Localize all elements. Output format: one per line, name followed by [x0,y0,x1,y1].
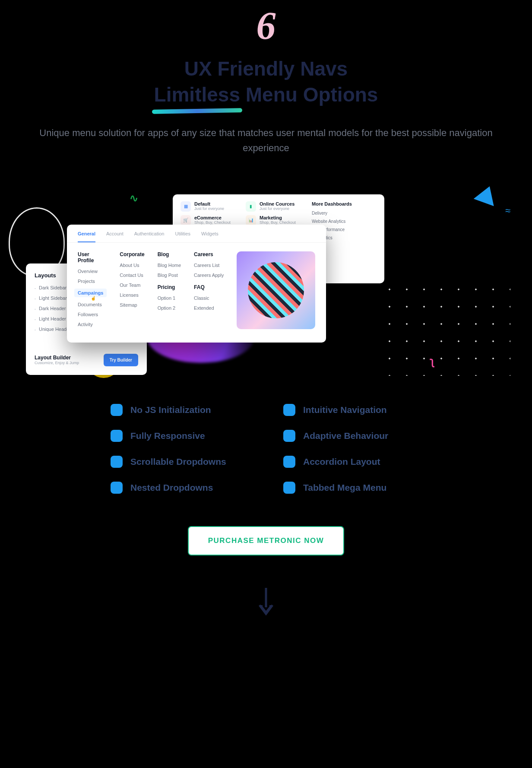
check-icon [111,430,123,442]
feature-label: Scrollable Dropdowns [130,457,226,467]
feature-label: Intuitive Navigation [303,405,387,415]
chart-icon: ▮ [246,201,256,212]
dashboard-item-title: Online Cources [260,201,294,206]
check-icon [111,404,123,416]
mega-menu-item[interactable]: Followers [78,312,107,317]
feature-item: Scrollable Dropdowns [111,456,249,468]
check-icon [283,456,295,468]
feature-item: Nested Dropdowns [111,482,249,494]
check-icon [111,456,123,468]
feature-label: Nested Dropdowns [130,482,213,493]
dashboard-link[interactable]: Delivery [312,211,377,216]
layout-option[interactable]: Dark Header [35,306,71,311]
col-title: Corporate [120,251,144,257]
mega-menu-tabs: GeneralAccountAuthenticationUtilitiesWid… [67,225,326,243]
sphere-graphic [248,262,304,318]
mega-menu-item[interactable]: Blog Post [158,273,181,278]
layout-option[interactable]: Light Header [35,316,71,321]
more-dashboards-title: More Dashboards [312,201,377,206]
dashboard-item-courses[interactable]: ▮ Online Cources Just for everyone [246,201,307,212]
squiggle-green-decoration [130,192,142,201]
squiggle-pink-decoration [430,355,435,368]
mega-menu-item[interactable]: Overview [78,269,107,274]
check-icon [283,430,295,442]
feature-item: No JS Initialization [111,404,249,416]
dashboard-item-sub: Shop, Buy, Checkout [194,220,231,225]
layout-option[interactable]: Dark Sidebar [35,285,71,290]
dashboard-item-default[interactable]: ▦ Default Just for everyone [180,201,241,212]
feature-item: Accordion Layout [283,456,421,468]
mega-menu-item[interactable]: Blog Home [158,263,181,268]
feature-item: Intuitive Navigation [283,404,421,416]
mega-menu-item[interactable]: Option 2 [158,305,181,311]
mega-menu-item[interactable]: Projects [78,279,107,284]
feature-label: No JS Initialization [130,405,211,415]
mega-menu-item[interactable]: Activity [78,322,107,327]
dashboard-item-sub: Just for everyone [194,206,224,211]
dashboard-item-marketing[interactable]: 📊 Marketing Shop, Buy, Checkout [246,215,307,225]
feature-label: Adaptive Behaviour [303,431,388,441]
dots-decoration [381,281,510,376]
hero-title: UX Friendly Navs Limitless Menu Options [0,56,532,108]
layout-builder-sub: Customize, Enjoy & Jump [35,361,79,365]
mega-menu-item[interactable]: About Us [120,263,144,268]
purchase-button[interactable]: PURCHASE METRONIC NOW [188,526,345,555]
mega-menu-col-corporate: Corporate About UsContact UsOur TeamLice… [120,251,144,332]
arrow-down-icon [0,586,532,622]
col-title: Careers [194,251,224,257]
mega-menu-col-blog-pricing: Blog Blog HomeBlog Post Pricing Option 1… [158,251,181,332]
col-title: User Profile [78,251,107,263]
dashboard-item-ecommerce[interactable]: 🛒 eCommerce Shop, Buy, Checkout [180,215,241,225]
mega-menu-item[interactable]: Careers Apply [194,273,224,278]
check-icon [283,482,295,494]
try-builder-button[interactable]: Try Builder [104,354,138,366]
triangle-decoration [474,183,500,206]
preview-area: ▦ Default Just for everyone ▮ Online Cou… [0,181,532,371]
dashboard-link[interactable]: Website Analytics [312,219,377,224]
mega-menu-tab[interactable]: Authentication [134,231,165,242]
mega-menu-item[interactable]: Option 1 [158,295,181,301]
mega-menu-item[interactable]: Extended [194,305,224,311]
feature-item: Adaptive Behaviour [283,430,421,442]
mega-menu-tab[interactable]: Account [106,231,124,242]
mega-menu-item[interactable]: Licenses [120,292,144,298]
feature-item: Tabbed Mega Menu [283,482,421,494]
mega-menu-tab[interactable]: Widgets [201,231,218,242]
stats-icon: 📊 [246,215,256,225]
hero-subtitle: Unique menu solution for apps of any siz… [0,125,532,156]
mega-menu-item[interactable]: Documents [78,302,107,307]
mega-menu-col-careers-faq: Careers Careers ListCareers Apply FAQ Cl… [194,251,224,332]
dashboard-item-title: eCommerce [194,215,231,220]
layout-option[interactable]: Light Sidebar [35,295,71,301]
col-title: FAQ [194,284,224,290]
mega-menu-item[interactable]: Sitemap [120,302,144,308]
section-number: 6 [0,0,532,45]
layout-builder-title: Layout Builder [35,355,79,361]
mega-menu-tab[interactable]: General [78,231,95,242]
col-title: Blog [158,251,181,257]
col-title: Pricing [158,284,181,290]
check-icon [283,404,295,416]
mega-menu-item[interactable]: Campaings [74,289,107,297]
feature-label: Tabbed Mega Menu [303,482,386,493]
mega-menu-col-profile: User Profile OverviewProjectsCampaingsDo… [78,251,107,332]
feature-label: Fully Responsive [130,431,205,441]
wave-blue-decoration [505,205,510,216]
dashboard-item-sub: Just for everyone [260,206,294,211]
mega-menu-item[interactable]: Classic [194,295,224,301]
mega-menu-tab[interactable]: Utilities [175,231,190,242]
mega-menu-item[interactable]: Careers List [194,263,224,268]
cart-icon: 🛒 [180,215,191,225]
grid-icon: ▦ [180,201,191,212]
hero-title-line1: UX Friendly Navs [0,56,532,82]
feature-label: Accordion Layout [303,457,380,467]
check-icon [111,482,123,494]
mega-menu-item[interactable]: Contact Us [120,273,144,278]
dashboard-item-sub: Shop, Buy, Checkout [260,220,296,225]
mega-menu-item[interactable]: Our Team [120,282,144,288]
dashboard-item-title: Default [194,201,224,206]
feature-item: Fully Responsive [111,430,249,442]
features-grid: No JS InitializationIntuitive Navigation… [111,404,421,494]
layout-option[interactable]: Unique Header [35,327,71,332]
mega-menu-preview-image [237,251,315,329]
